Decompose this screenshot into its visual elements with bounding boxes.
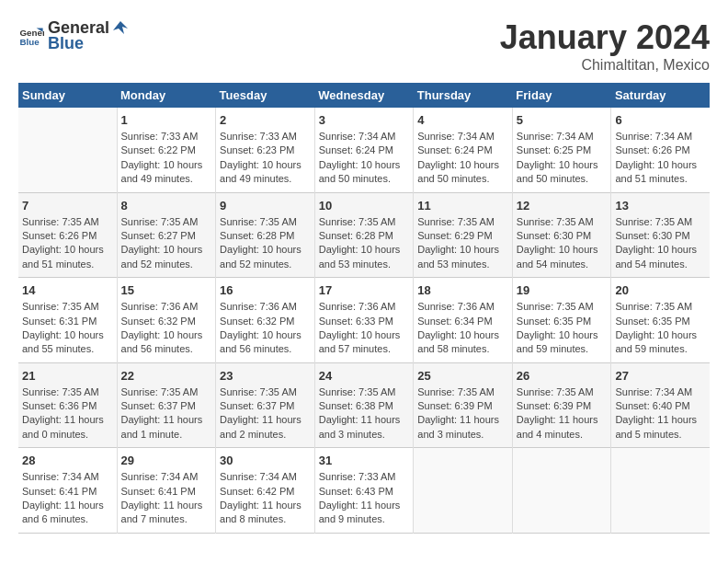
- day-info: Sunrise: 7:35 AMSunset: 6:37 PMDaylight:…: [220, 385, 311, 442]
- calendar-cell: 5Sunrise: 7:34 AMSunset: 6:25 PMDaylight…: [512, 108, 611, 192]
- calendar-cell: 22Sunrise: 7:35 AMSunset: 6:37 PMDayligh…: [117, 362, 216, 448]
- calendar-week-row: 14Sunrise: 7:35 AMSunset: 6:31 PMDayligh…: [18, 278, 710, 363]
- svg-marker-3: [113, 21, 128, 34]
- day-number: 4: [417, 113, 508, 127]
- day-info: Sunrise: 7:35 AMSunset: 6:31 PMDaylight:…: [22, 300, 113, 357]
- day-number: 6: [615, 113, 706, 127]
- calendar-week-row: 28Sunrise: 7:34 AMSunset: 6:41 PMDayligh…: [18, 448, 710, 534]
- calendar-week-row: 7Sunrise: 7:35 AMSunset: 6:26 PMDaylight…: [18, 192, 710, 278]
- day-number: 24: [319, 369, 410, 383]
- calendar-cell: 21Sunrise: 7:35 AMSunset: 6:36 PMDayligh…: [18, 362, 117, 448]
- calendar-week-row: 21Sunrise: 7:35 AMSunset: 6:36 PMDayligh…: [18, 362, 710, 448]
- calendar-cell: 20Sunrise: 7:35 AMSunset: 6:35 PMDayligh…: [611, 278, 710, 363]
- calendar-cell: 3Sunrise: 7:34 AMSunset: 6:24 PMDaylight…: [314, 108, 414, 192]
- header-monday: Monday: [117, 83, 216, 108]
- day-number: 22: [121, 369, 212, 383]
- day-number: 5: [517, 113, 608, 127]
- day-info: Sunrise: 7:35 AMSunset: 6:30 PMDaylight:…: [517, 215, 608, 272]
- calendar-cell: 11Sunrise: 7:35 AMSunset: 6:29 PMDayligh…: [414, 192, 513, 278]
- day-number: 23: [220, 369, 311, 383]
- day-info: Sunrise: 7:35 AMSunset: 6:28 PMDaylight:…: [319, 215, 410, 272]
- day-number: 29: [121, 454, 212, 467]
- calendar-cell: 14Sunrise: 7:35 AMSunset: 6:31 PMDayligh…: [18, 278, 117, 363]
- day-number: 27: [615, 369, 706, 383]
- day-info: Sunrise: 7:36 AMSunset: 6:33 PMDaylight:…: [319, 300, 410, 357]
- day-number: 11: [417, 199, 508, 213]
- day-number: 13: [615, 199, 706, 213]
- calendar-cell: 8Sunrise: 7:35 AMSunset: 6:27 PMDaylight…: [117, 192, 216, 278]
- day-number: 15: [121, 283, 212, 297]
- day-number: 20: [615, 283, 706, 297]
- day-number: 3: [319, 113, 410, 127]
- calendar-cell: 9Sunrise: 7:35 AMSunset: 6:28 PMDaylight…: [216, 192, 315, 278]
- header-tuesday: Tuesday: [216, 83, 315, 108]
- day-number: 26: [517, 369, 608, 383]
- header-saturday: Saturday: [611, 83, 710, 108]
- day-info: Sunrise: 7:35 AMSunset: 6:26 PMDaylight:…: [22, 215, 113, 272]
- calendar-cell: 13Sunrise: 7:35 AMSunset: 6:30 PMDayligh…: [611, 192, 710, 278]
- month-title: January 2024: [500, 18, 710, 57]
- calendar-cell: 31Sunrise: 7:33 AMSunset: 6:43 PMDayligh…: [314, 448, 414, 534]
- day-info: Sunrise: 7:34 AMSunset: 6:42 PMDaylight:…: [220, 470, 311, 527]
- calendar-week-row: 1Sunrise: 7:33 AMSunset: 6:22 PMDaylight…: [18, 108, 710, 192]
- day-info: Sunrise: 7:35 AMSunset: 6:36 PMDaylight:…: [22, 385, 113, 442]
- day-number: 25: [417, 369, 508, 383]
- calendar-cell: 10Sunrise: 7:35 AMSunset: 6:28 PMDayligh…: [314, 192, 414, 278]
- header-thursday: Thursday: [414, 83, 513, 108]
- day-info: Sunrise: 7:33 AMSunset: 6:43 PMDaylight:…: [319, 470, 410, 527]
- calendar-cell: 2Sunrise: 7:33 AMSunset: 6:23 PMDaylight…: [216, 108, 315, 192]
- day-number: 9: [220, 199, 311, 213]
- day-number: 7: [22, 199, 113, 213]
- calendar-cell: 24Sunrise: 7:35 AMSunset: 6:38 PMDayligh…: [314, 362, 414, 448]
- day-number: 1: [121, 113, 212, 127]
- calendar-table: SundayMondayTuesdayWednesdayThursdayFrid…: [18, 83, 710, 534]
- header-wednesday: Wednesday: [314, 83, 414, 108]
- calendar-cell: [414, 448, 513, 534]
- calendar-cell: 18Sunrise: 7:36 AMSunset: 6:34 PMDayligh…: [414, 278, 513, 363]
- logo: General Blue General Blue: [18, 18, 130, 53]
- day-info: Sunrise: 7:36 AMSunset: 6:32 PMDaylight:…: [121, 300, 212, 357]
- day-number: 10: [319, 199, 410, 213]
- day-number: 31: [319, 454, 410, 467]
- day-info: Sunrise: 7:35 AMSunset: 6:28 PMDaylight:…: [220, 215, 311, 272]
- day-number: 14: [22, 283, 113, 297]
- calendar-cell: 23Sunrise: 7:35 AMSunset: 6:37 PMDayligh…: [216, 362, 315, 448]
- day-number: 30: [220, 454, 311, 467]
- header-sunday: Sunday: [18, 83, 117, 108]
- header-friday: Friday: [512, 83, 611, 108]
- day-number: 17: [319, 283, 410, 297]
- day-info: Sunrise: 7:34 AMSunset: 6:40 PMDaylight:…: [615, 385, 706, 442]
- day-number: 18: [417, 283, 508, 297]
- day-info: Sunrise: 7:35 AMSunset: 6:35 PMDaylight:…: [517, 300, 608, 357]
- calendar-cell: 28Sunrise: 7:34 AMSunset: 6:41 PMDayligh…: [18, 448, 117, 534]
- day-info: Sunrise: 7:36 AMSunset: 6:32 PMDaylight:…: [220, 300, 311, 357]
- day-info: Sunrise: 7:35 AMSunset: 6:39 PMDaylight:…: [417, 385, 508, 442]
- day-info: Sunrise: 7:35 AMSunset: 6:27 PMDaylight:…: [121, 215, 212, 272]
- calendar-cell: 30Sunrise: 7:34 AMSunset: 6:42 PMDayligh…: [216, 448, 315, 534]
- calendar-header-row: SundayMondayTuesdayWednesdayThursdayFrid…: [18, 83, 710, 108]
- calendar-cell: 17Sunrise: 7:36 AMSunset: 6:33 PMDayligh…: [314, 278, 414, 363]
- calendar-cell: 4Sunrise: 7:34 AMSunset: 6:24 PMDaylight…: [414, 108, 513, 192]
- day-info: Sunrise: 7:35 AMSunset: 6:38 PMDaylight:…: [319, 385, 410, 442]
- day-info: Sunrise: 7:35 AMSunset: 6:39 PMDaylight:…: [517, 385, 608, 442]
- day-info: Sunrise: 7:34 AMSunset: 6:26 PMDaylight:…: [615, 130, 706, 187]
- calendar-cell: 15Sunrise: 7:36 AMSunset: 6:32 PMDayligh…: [117, 278, 216, 363]
- calendar-cell: 16Sunrise: 7:36 AMSunset: 6:32 PMDayligh…: [216, 278, 315, 363]
- day-info: Sunrise: 7:35 AMSunset: 6:30 PMDaylight:…: [615, 215, 706, 272]
- calendar-cell: [18, 108, 117, 192]
- day-number: 2: [220, 113, 311, 127]
- page-header: General Blue General Blue January 2024 C…: [18, 18, 710, 74]
- day-info: Sunrise: 7:34 AMSunset: 6:25 PMDaylight:…: [517, 130, 608, 187]
- svg-text:Blue: Blue: [19, 37, 40, 47]
- day-info: Sunrise: 7:34 AMSunset: 6:24 PMDaylight:…: [417, 130, 508, 187]
- title-area: January 2024 Chimaltitan, Mexico: [500, 18, 710, 74]
- day-info: Sunrise: 7:36 AMSunset: 6:34 PMDaylight:…: [417, 300, 508, 357]
- calendar-cell: 12Sunrise: 7:35 AMSunset: 6:30 PMDayligh…: [512, 192, 611, 278]
- day-number: 8: [121, 199, 212, 213]
- logo-bird-icon: [111, 19, 130, 38]
- calendar-cell: [611, 448, 710, 534]
- calendar-cell: 19Sunrise: 7:35 AMSunset: 6:35 PMDayligh…: [512, 278, 611, 363]
- day-info: Sunrise: 7:35 AMSunset: 6:29 PMDaylight:…: [417, 215, 508, 272]
- calendar-cell: 1Sunrise: 7:33 AMSunset: 6:22 PMDaylight…: [117, 108, 216, 192]
- day-info: Sunrise: 7:34 AMSunset: 6:24 PMDaylight:…: [319, 130, 410, 187]
